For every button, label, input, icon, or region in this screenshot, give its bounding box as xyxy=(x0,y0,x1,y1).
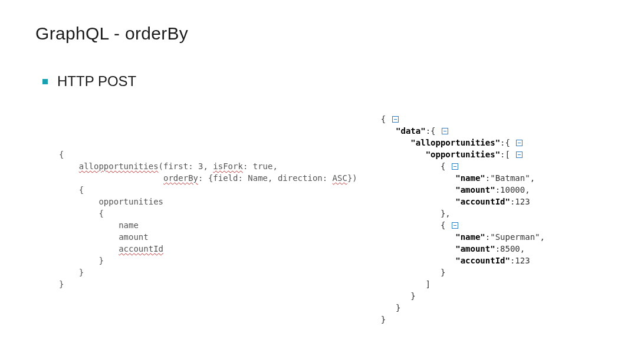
bullet-marker xyxy=(42,79,48,84)
json-val-name-1: "Batman" xyxy=(490,173,530,183)
json-line: "opportunities":[ xyxy=(381,149,609,160)
json-line: } xyxy=(381,290,609,302)
json-line: } xyxy=(381,314,609,325)
json-line: "amount":10000, xyxy=(381,184,609,196)
json-line: "amount":8500, xyxy=(381,243,609,255)
fold-toggle-icon[interactable] xyxy=(392,116,399,123)
identifier-asc: ASC xyxy=(333,173,347,183)
json-key-amount: "amount" xyxy=(455,185,495,195)
identifier-allopportunities: allopportunities xyxy=(79,161,159,171)
json-key-opportunities: "opportunities" xyxy=(426,150,500,159)
code-text: }) xyxy=(347,173,357,183)
identifier-isfork: isFork xyxy=(213,161,243,171)
code-text: { xyxy=(59,185,84,195)
json-line: "accountId":123 xyxy=(381,196,609,207)
json-key-data: "data" xyxy=(396,126,426,136)
code-text: (first: 3, xyxy=(159,161,213,171)
identifier-orderby: orderBy xyxy=(163,173,198,183)
json-response: { "data":{ "allopportunities":{ "opportu… xyxy=(381,113,609,325)
json-val-accountid-1: 123 xyxy=(515,197,530,206)
fold-toggle-icon[interactable] xyxy=(516,140,523,146)
json-line: "data":{ xyxy=(381,125,609,137)
code-text: : {field: Name, direction: xyxy=(198,173,333,183)
bullet-text: HTTP POST xyxy=(57,73,136,90)
json-key-name: "name" xyxy=(455,173,485,183)
json-line: }, xyxy=(381,207,609,219)
code-text xyxy=(59,173,163,183)
code-text: { xyxy=(59,209,104,218)
json-line: "name":"Superman", xyxy=(381,231,609,243)
bullet-list-item: HTTP POST xyxy=(42,73,609,90)
code-text: } xyxy=(59,268,84,277)
query-column: { allopportunities(first: 3, isFork: tru… xyxy=(35,113,357,290)
graphql-query: { allopportunities(first: 3, isFork: tru… xyxy=(59,149,357,290)
json-line: { xyxy=(381,113,609,125)
code-text: : true, xyxy=(243,161,278,171)
json-key-allopportunities: "allopportunities" xyxy=(410,138,500,147)
json-val-accountid-2: 123 xyxy=(515,256,530,265)
json-line: } xyxy=(381,266,609,278)
code-text: name xyxy=(59,220,139,230)
json-line: "accountId":123 xyxy=(381,255,609,266)
fold-toggle-icon[interactable] xyxy=(452,222,458,229)
json-val-name-2: "Superman" xyxy=(490,232,540,242)
code-text xyxy=(59,161,79,171)
json-line: ] xyxy=(381,278,609,290)
json-val-amount-1: 10000 xyxy=(500,185,525,195)
response-column: { "data":{ "allopportunities":{ "opportu… xyxy=(381,113,609,325)
fold-toggle-icon[interactable] xyxy=(442,128,448,134)
json-key-name: "name" xyxy=(455,232,485,242)
json-key-accountid: "accountId" xyxy=(455,256,510,265)
code-text: } xyxy=(59,256,104,265)
identifier-accountid: accountId xyxy=(119,244,163,253)
code-text: opportunities xyxy=(59,197,163,206)
json-key-amount: "amount" xyxy=(455,244,495,253)
json-line: { xyxy=(381,219,609,231)
json-line: { xyxy=(381,160,609,172)
code-text: amount xyxy=(59,232,149,242)
json-key-accountid: "accountId" xyxy=(455,197,510,206)
json-val-amount-2: 8500 xyxy=(500,244,520,253)
page-title: GraphQL - orderBy xyxy=(35,24,609,44)
code-text: { xyxy=(59,150,64,159)
json-line: "allopportunities":{ xyxy=(381,137,609,149)
fold-toggle-icon[interactable] xyxy=(516,151,523,158)
json-line: } xyxy=(381,302,609,314)
slide: GraphQL - orderBy HTTP POST { allopportu… xyxy=(0,0,644,356)
json-line: "name":"Batman", xyxy=(381,172,609,184)
code-text: } xyxy=(59,279,64,289)
code-text xyxy=(59,244,119,253)
fold-toggle-icon[interactable] xyxy=(452,163,458,170)
content-columns: { allopportunities(first: 3, isFork: tru… xyxy=(35,113,609,325)
